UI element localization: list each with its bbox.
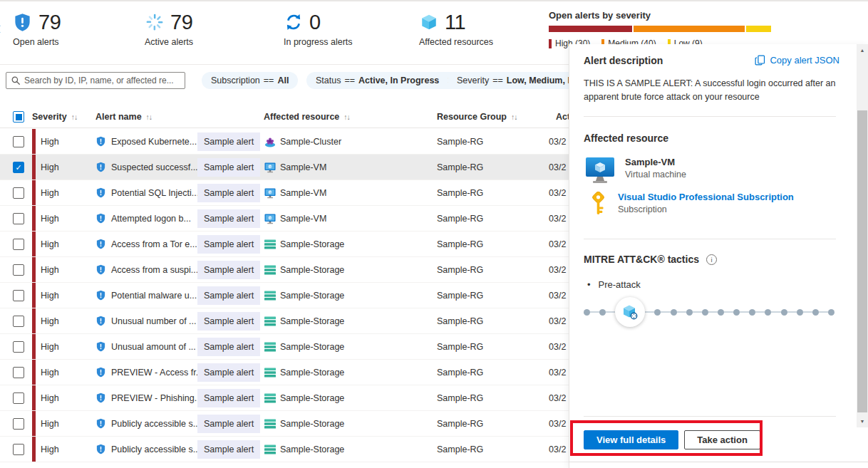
open-alerts-by-severity-chart: Open alerts by severity High (30)Medium … [549,10,771,48]
affected-resource-subscription[interactable]: Visual Studio Professional Subscription … [589,192,794,219]
table-row[interactable]: ✓ High Publicly accessible s... Sample a… [0,437,569,462]
severity-chart-title: Open alerts by severity [549,10,771,21]
resource-group-cell: Sample-RG [437,239,483,249]
severity-cell: High [41,188,59,198]
column-header-affected-resource[interactable]: Affected resource↑↓ [264,112,350,122]
alert-name-cell[interactable]: Unusual number of ... [111,316,197,326]
bullet-icon: • [587,279,591,290]
resource-group-cell: Sample-RG [437,188,483,198]
top-divider [0,0,868,1]
timeline-dot [733,309,740,316]
row-checkbox[interactable]: ✓ [13,162,24,173]
check-icon: ✓ [15,164,21,172]
resource-group-cell: Sample-RG [437,368,483,378]
timeline-dot [654,309,661,316]
row-checkbox[interactable]: ✓ [13,418,24,430]
table-row[interactable]: ✓ High Suspected successf... Sample aler… [0,155,569,180]
alert-shield-icon [95,290,106,301]
row-checkbox[interactable]: ✓ [13,239,24,250]
table-row[interactable]: ✓ High PREVIEW - Phishing... Sample aler… [0,385,569,411]
subscription-link[interactable]: Visual Studio Professional Subscription [618,192,794,202]
sample-alert-badge: Sample alert [197,158,260,177]
alert-name-cell[interactable]: Access from a Tor e... [111,239,197,249]
scrollbar-thumb[interactable] [857,110,867,412]
chevron-left-icon[interactable]: ‹ [0,17,1,39]
resource-type: Subscription [618,204,794,214]
affected-resource-cell: Sample-Storage [280,419,344,429]
alert-name-cell[interactable]: Suspected successf... [111,162,198,172]
row-checkbox[interactable]: ✓ [13,367,24,378]
resource-group-cell: Sample-RG [437,291,483,301]
affected-resource-title: Affected resource [584,132,668,144]
table-row[interactable]: ✓ High Unusual amount of ... Sample aler… [0,334,569,360]
row-checkbox[interactable]: ✓ [13,341,24,353]
severity-cell: High [41,137,59,147]
alert-name-cell[interactable]: Publicly accessible s... [111,444,200,454]
row-checkbox[interactable]: ✓ [13,136,24,147]
activity-time-cell: 03/2 [549,444,566,454]
stat-affected-resources[interactable]: 11 Affected resources [419,9,493,47]
table-row[interactable]: ✓ High PREVIEW - Access fr... Sample ale… [0,360,569,385]
alert-name-cell[interactable]: PREVIEW - Phishing... [111,393,202,403]
defender-security-alerts-screen: ‹ 79 Open alerts 79 Active alerts 0 In p… [0,0,868,468]
column-header-alert-name[interactable]: Alert name↑↓ [95,112,152,122]
stat-active-alerts[interactable]: 79 Active alerts [145,9,193,47]
row-checkbox[interactable]: ✓ [13,316,24,327]
alert-shield-icon [95,136,106,147]
severity-cell: High [41,419,59,429]
table-row[interactable]: ✓ High Access from a suspi... Sample ale… [0,257,569,283]
affected-resource-vm[interactable]: Sample-VM Virtual machine [585,157,686,188]
row-checkbox[interactable]: ✓ [13,187,24,199]
sample-alert-badge: Sample alert [197,132,260,151]
stat-open-alerts[interactable]: 79 Open alerts [13,9,61,47]
alert-name-cell[interactable]: PREVIEW - Access fr... [111,368,203,378]
timeline-dot [584,309,590,316]
table-row[interactable]: ✓ High Unusual number of ... Sample aler… [0,308,569,334]
row-checkbox[interactable]: ✓ [13,290,24,301]
column-header-resource-group[interactable]: Resource Group↑↓ [437,112,517,122]
select-all-checkbox[interactable] [13,111,24,123]
scroll-up-arrow-icon[interactable]: ▲ [857,45,868,56]
view-full-details-button[interactable]: View full details [584,430,678,449]
row-checkbox[interactable]: ✓ [13,264,24,276]
row-checkbox[interactable]: ✓ [13,444,24,455]
table-row[interactable]: ✓ High Exposed Kubernete... Sample alert… [0,129,569,155]
alert-name-cell[interactable]: Publicly accessible s... [111,419,200,429]
stat-in-progress-alerts[interactable]: 0 In progress alerts [284,9,353,47]
sample-alert-badge: Sample alert [197,338,260,356]
column-header-activity[interactable]: Acti [556,112,569,122]
panel-actions: View full details Take action [584,430,760,449]
alert-name-cell[interactable]: Attempted logon b... [111,214,191,224]
take-action-button[interactable]: Take action [684,430,760,449]
copy-alert-json-link[interactable]: Copy alert JSON [755,55,839,66]
alerts-list-area: Subscription==All Status==Active, In Pro… [0,64,569,468]
activity-time-cell: 03/2 [549,419,566,429]
panel-scrollbar[interactable]: ▲ ▼ [857,44,868,427]
alert-name-cell[interactable]: Potential malware u... [111,291,197,301]
sample-alert-badge: Sample alert [197,209,260,228]
table-row[interactable]: ✓ High Potential malware u... Sample ale… [0,283,569,308]
resource-group-cell: Sample-RG [437,316,483,326]
column-header-severity[interactable]: Severity↑↓ [32,112,77,122]
scroll-down-arrow-icon[interactable]: ▼ [857,416,868,427]
filter-pill-severity[interactable]: Severity==Low, Medium, H [448,72,569,89]
in-progress-alerts-count: 0 [309,11,321,34]
filter-pill-status[interactable]: Status==Active, In Progress ✕ [306,72,463,89]
alert-name-cell[interactable]: Unusual amount of ... [111,342,196,352]
search-field[interactable] [24,76,180,85]
table-row[interactable]: ✓ High Publicly accessible s... Sample a… [0,411,569,437]
table-row[interactable]: ✓ High Access from a Tor e... Sample ale… [0,232,569,257]
info-icon[interactable]: i [706,254,717,265]
alert-name-cell[interactable]: Access from a suspi... [111,265,198,275]
alert-name-cell[interactable]: Potential SQL Injecti... [111,188,199,198]
row-checkbox[interactable]: ✓ [13,213,24,224]
table-row[interactable]: ✓ High Attempted logon b... Sample alert… [0,206,569,232]
table-row[interactable]: ✓ High Potential SQL Injecti... Sample a… [0,180,569,206]
filter-pill-subscription[interactable]: Subscription==All [202,72,298,89]
sample-alert-badge: Sample alert [197,312,260,331]
timeline-dot [671,309,677,316]
alert-name-cell[interactable]: Exposed Kubernete... [111,137,197,147]
row-checkbox[interactable]: ✓ [13,392,24,404]
sample-alert-badge: Sample alert [197,440,260,459]
search-input[interactable] [6,72,185,89]
